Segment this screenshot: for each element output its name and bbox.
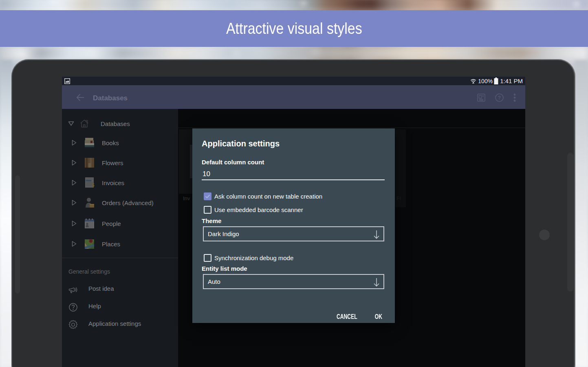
svg-text:$: $ xyxy=(92,182,95,188)
svg-text:?: ? xyxy=(498,95,501,101)
